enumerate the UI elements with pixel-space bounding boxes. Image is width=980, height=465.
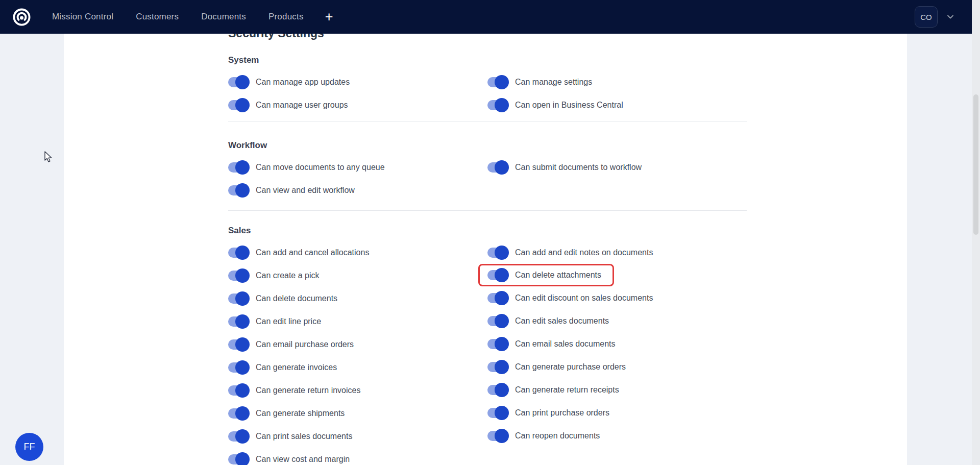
toggle-label: Can delete documents <box>256 294 337 303</box>
toggle-row: Can submit documents to workflow <box>487 156 747 179</box>
toggle-label: Can generate return invoices <box>256 386 360 395</box>
toggle-row: Can view cost and margin <box>228 448 487 465</box>
toggle-thumb <box>495 291 509 305</box>
toggle-label: Can delete attachments <box>515 271 601 280</box>
toggle-switch[interactable] <box>228 75 249 89</box>
toggle-thumb <box>495 337 509 351</box>
add-tab-button[interactable]: + <box>325 10 333 24</box>
toggle-switch[interactable] <box>228 406 249 421</box>
toggle-thumb <box>235 268 250 283</box>
toggle-grid: Can manage app updatesCan manage user gr… <box>228 70 747 116</box>
toggle-switch[interactable] <box>487 75 508 89</box>
toggle-thumb <box>235 383 250 398</box>
account-badge[interactable]: CO <box>915 6 938 28</box>
settings-card: Security Settings SystemCan manage app u… <box>64 34 907 465</box>
section-heading: System <box>228 55 747 65</box>
section-heading: Sales <box>228 226 747 236</box>
toggle-switch[interactable] <box>487 383 508 397</box>
right-column: Can submit documents to workflow <box>487 156 747 202</box>
toggle-thumb <box>495 160 509 175</box>
toggle-label: Can manage user groups <box>256 101 348 110</box>
toggle-thumb <box>495 314 509 328</box>
scrollbar-thumb[interactable] <box>973 94 978 235</box>
section-heading: Workflow <box>228 140 747 151</box>
toggle-thumb <box>495 360 509 374</box>
left-column: Can move documents to any queueCan view … <box>228 156 487 202</box>
nav-item-documents[interactable]: Documents <box>201 12 246 22</box>
brand-logo-icon[interactable] <box>12 8 31 26</box>
right-column: Can manage settingsCan open in Business … <box>487 70 747 116</box>
toggle-switch[interactable] <box>228 383 249 398</box>
nav-menu: Mission Control Customers Documents Prod… <box>52 12 304 22</box>
toggle-switch[interactable] <box>487 314 508 328</box>
toggle-switch[interactable] <box>487 98 508 112</box>
toggle-switch[interactable] <box>487 337 508 351</box>
nav-item-customers[interactable]: Customers <box>136 12 179 22</box>
toggle-label: Can reopen documents <box>515 431 600 440</box>
chevron-down-icon[interactable] <box>945 12 955 22</box>
toggle-row: Can edit sales documents <box>487 309 747 332</box>
toggle-label: Can view cost and margin <box>256 455 350 464</box>
toggle-row-highlighted: Can delete attachments <box>478 264 614 286</box>
toggle-row: Can create a pick <box>228 264 487 287</box>
toggle-label: Can open in Business Central <box>515 101 623 110</box>
toggle-label: Can submit documents to workflow <box>515 163 642 172</box>
toggle-switch[interactable] <box>228 268 249 283</box>
toggle-row: Can delete documents <box>228 287 487 310</box>
toggle-thumb <box>235 452 250 465</box>
toggle-switch[interactable] <box>228 160 249 175</box>
toggle-label: Can print sales documents <box>256 432 352 441</box>
toggle-label: Can generate purchase orders <box>515 362 626 372</box>
toggle-switch[interactable] <box>487 246 508 260</box>
toggle-row: Can generate invoices <box>228 356 487 379</box>
toggle-switch[interactable] <box>228 360 249 375</box>
toggle-switch[interactable] <box>487 160 508 175</box>
nav-item-mission-control[interactable]: Mission Control <box>52 12 113 22</box>
toggle-thumb <box>235 429 250 444</box>
toggle-switch[interactable] <box>228 246 249 260</box>
toggle-thumb <box>235 246 250 260</box>
user-avatar[interactable]: FF <box>15 433 43 461</box>
mouse-cursor <box>44 151 55 165</box>
toggle-label: Can view and edit workflow <box>256 186 355 195</box>
toggle-label: Can edit line price <box>256 317 321 326</box>
toggle-row: Can generate return invoices <box>228 379 487 402</box>
toggle-thumb <box>235 291 250 306</box>
toggle-switch[interactable] <box>228 291 249 306</box>
toggle-row: Can edit line price <box>228 310 487 333</box>
toggle-thumb <box>495 75 509 89</box>
toggle-switch[interactable] <box>228 183 249 198</box>
toggle-grid: Can add and cancel allocationsCan create… <box>228 241 747 465</box>
toggle-thumb <box>495 406 509 420</box>
toggle-switch[interactable] <box>487 291 508 305</box>
toggle-row: Can print sales documents <box>228 425 487 448</box>
toggle-row: Can view and edit workflow <box>228 179 487 202</box>
toggle-row: Can generate purchase orders <box>487 355 747 378</box>
toggle-switch[interactable] <box>487 268 508 282</box>
toggle-switch[interactable] <box>487 406 508 420</box>
section-divider <box>228 210 747 211</box>
toggle-switch[interactable] <box>228 314 249 329</box>
toggle-thumb <box>235 314 250 329</box>
top-nav-bar: Mission Control Customers Documents Prod… <box>0 0 972 34</box>
toggle-label: Can add and cancel allocations <box>256 248 369 257</box>
nav-item-products[interactable]: Products <box>268 12 304 22</box>
toggle-label: Can edit sales documents <box>515 316 609 326</box>
toggle-label: Can generate return receipts <box>515 385 619 395</box>
toggle-switch[interactable] <box>228 429 249 444</box>
toggle-thumb <box>495 429 509 443</box>
toggle-thumb <box>495 268 509 282</box>
toggle-row: Can manage settings <box>487 70 747 93</box>
toggle-label: Can manage settings <box>515 78 592 87</box>
toggle-switch[interactable] <box>487 429 508 443</box>
toggle-row: Can open in Business Central <box>487 93 747 116</box>
toggle-switch[interactable] <box>228 98 249 112</box>
toggle-switch[interactable] <box>228 337 249 352</box>
toggle-switch[interactable] <box>228 452 249 465</box>
toggle-row: Can email sales documents <box>487 332 747 355</box>
toggle-label: Can move documents to any queue <box>256 163 385 172</box>
toggle-label: Can add and edit notes on documents <box>515 248 653 257</box>
nav-right-group: CO <box>915 6 955 28</box>
toggle-switch[interactable] <box>487 360 508 374</box>
toggle-label: Can email sales documents <box>515 339 616 349</box>
